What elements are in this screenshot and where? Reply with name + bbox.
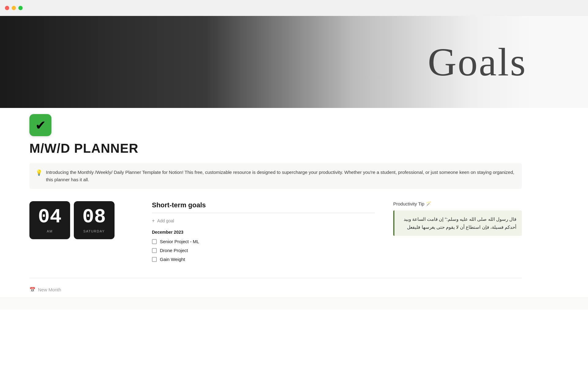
clock-am-label: AM xyxy=(47,229,53,233)
clock-hour-block: 04 AM xyxy=(29,201,70,239)
goal-item-2: Drone Project xyxy=(152,248,375,253)
hero-goals-text: Goals xyxy=(428,39,527,85)
minimize-button[interactable] xyxy=(12,6,16,10)
maximize-button[interactable] xyxy=(18,6,23,10)
three-col-layout: 04 AM 08 SATURDAY Short-term goals + Add… xyxy=(29,201,522,266)
goal-text-1: Senior Project - ML xyxy=(160,239,199,244)
add-goal-label: Add goal xyxy=(157,218,174,223)
clock-widget: 04 AM 08 SATURDAY xyxy=(29,201,134,239)
callout-icon: 💡 xyxy=(36,169,42,176)
goal-item-1: Senior Project - ML xyxy=(152,239,375,244)
hero-banner: Goals xyxy=(0,16,588,108)
calendar-icon: 📅 xyxy=(29,287,36,293)
clock-day-block: 08 SATURDAY xyxy=(74,201,115,239)
goal-checkbox-2[interactable] xyxy=(152,248,157,253)
new-month-label: New Month xyxy=(38,287,61,292)
goal-checkbox-3[interactable] xyxy=(152,257,157,262)
clock-day: 08 xyxy=(82,207,106,227)
tip-text: قال رسول الله صلى الله عليه وسلم:" إن قا… xyxy=(400,215,516,231)
add-goal-plus-icon: + xyxy=(152,218,155,224)
tip-box: قال رسول الله صلى الله عليه وسلم:" إن قا… xyxy=(393,210,522,236)
titlebar xyxy=(0,0,588,16)
tip-title: Productivity Tip 🪄 xyxy=(393,201,522,207)
goals-date-label: December 2023 xyxy=(152,230,375,235)
goal-checkbox-1[interactable] xyxy=(152,239,157,244)
callout-box: 💡 Introducing the Monthly /Weekly/ Daily… xyxy=(29,163,522,189)
clock-hour: 04 xyxy=(38,207,62,227)
callout-text: Introducing the Monthly /Weekly/ Daily P… xyxy=(46,169,516,183)
section-divider-1 xyxy=(29,278,522,278)
add-goal-row[interactable]: + Add goal xyxy=(152,218,375,224)
clock-day-label: SATURDAY xyxy=(83,229,105,233)
page-icon-wrapper: ✔ xyxy=(0,108,588,136)
page-icon: ✔ xyxy=(29,114,51,136)
main-content: M/W/D PLANNER 💡 Introducing the Monthly … xyxy=(0,141,551,295)
goal-item-3: Gain Weight xyxy=(152,257,375,262)
goal-text-2: Drone Project xyxy=(160,248,188,253)
close-button[interactable] xyxy=(5,6,9,10)
bottom-row xyxy=(0,297,588,310)
goals-divider xyxy=(152,213,375,213)
goal-text-3: Gain Weight xyxy=(160,257,185,262)
goals-title: Short-term goals xyxy=(152,201,375,209)
new-month-row[interactable]: 📅 New Month xyxy=(29,284,522,295)
page-title: M/W/D PLANNER xyxy=(29,141,522,156)
goals-section: Short-term goals + Add goal December 202… xyxy=(152,201,375,266)
tip-section: Productivity Tip 🪄 قال رسول الله صلى الل… xyxy=(393,201,522,236)
